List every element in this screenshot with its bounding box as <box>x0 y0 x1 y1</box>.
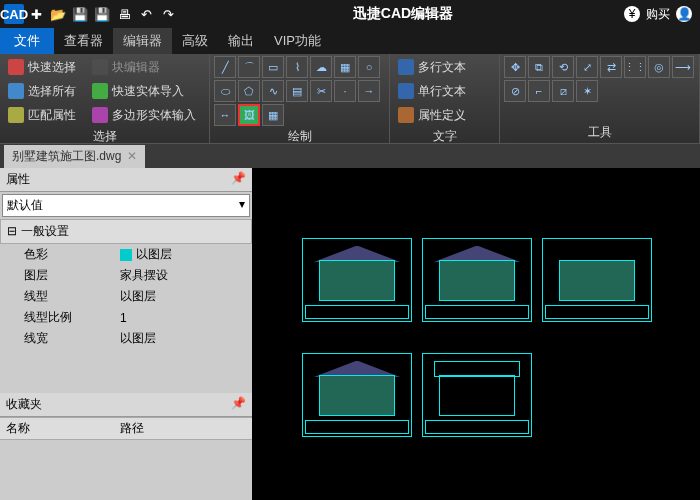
circle-tool[interactable]: ○ <box>358 56 380 78</box>
mirror-tool[interactable]: ⇄ <box>600 56 622 78</box>
polyline-tool[interactable]: ⌇ <box>286 56 308 78</box>
panel-label-draw: 绘制 <box>214 126 385 147</box>
panel-label-tools: 工具 <box>504 122 695 143</box>
file-menu[interactable]: 文件 <box>0 28 54 54</box>
close-tab-icon[interactable]: ✕ <box>127 149 137 163</box>
chamfer-tool[interactable]: ⧄ <box>552 80 574 102</box>
prop-row[interactable]: 线型以图层 <box>0 286 252 307</box>
tab-vip[interactable]: VIP功能 <box>264 28 331 54</box>
drawing-view <box>422 238 532 322</box>
col-path: 路径 <box>120 420 252 437</box>
scale-tool[interactable]: ⤢ <box>576 56 598 78</box>
buy-link[interactable]: 购买 <box>646 6 670 23</box>
cloud-tool[interactable]: ☁ <box>310 56 332 78</box>
array-tool[interactable]: ⋮⋮ <box>624 56 646 78</box>
text-button[interactable]: 单行文本 <box>394 80 470 102</box>
document-name: 别墅建筑施工图.dwg <box>12 148 121 165</box>
default-combo[interactable]: 默认值▾ <box>2 194 250 217</box>
extend-tool[interactable]: ⟶ <box>672 56 694 78</box>
col-name: 名称 <box>0 420 120 437</box>
quick-import-button[interactable]: 快速实体导入 <box>88 80 188 102</box>
trim-tool[interactable]: ✂ <box>310 80 332 102</box>
xline-tool[interactable]: ↔ <box>214 104 236 126</box>
tab-output[interactable]: 输出 <box>218 28 264 54</box>
move-tool[interactable]: ✥ <box>504 56 526 78</box>
prop-value: 家具摆设 <box>120 267 252 284</box>
drawing-canvas[interactable] <box>252 168 700 500</box>
image-insert-tool[interactable]: 🖼 <box>238 104 260 126</box>
prop-row[interactable]: 线型比例1 <box>0 307 252 328</box>
prop-key: 图层 <box>0 267 120 284</box>
prop-value: 以图层 <box>120 288 252 305</box>
tab-advanced[interactable]: 高级 <box>172 28 218 54</box>
props-title: 属性 <box>6 171 30 188</box>
print-icon[interactable]: 🖶 <box>114 4 134 24</box>
import-icon <box>92 83 108 99</box>
general-section[interactable]: ⊟一般设置 <box>0 219 252 244</box>
quick-select-icon <box>8 59 24 75</box>
prop-row[interactable]: 色彩以图层 <box>0 244 252 265</box>
prop-key: 线宽 <box>0 330 120 347</box>
point-tool[interactable]: · <box>334 80 356 102</box>
block-editor-button: 块编辑器 <box>88 56 164 78</box>
table-tool[interactable]: ▦ <box>262 104 284 126</box>
line-tool[interactable]: ╱ <box>214 56 236 78</box>
match-props-button[interactable]: 匹配属性 <box>4 104 80 126</box>
prop-key: 色彩 <box>0 246 120 263</box>
break-tool[interactable]: ⊘ <box>504 80 526 102</box>
select-all-icon <box>8 83 24 99</box>
quick-select-button[interactable]: 快速选择 <box>4 56 80 78</box>
pin-icon-2[interactable]: 📌 <box>231 396 246 413</box>
chevron-down-icon: ▾ <box>239 197 245 214</box>
app-logo: CAD <box>4 4 24 24</box>
saveas-icon[interactable]: 💾 <box>92 4 112 24</box>
drawing-view <box>302 353 412 437</box>
ellipse-tool[interactable]: ⬭ <box>214 80 236 102</box>
offset-tool[interactable]: ◎ <box>648 56 670 78</box>
open-icon[interactable]: 📂 <box>48 4 68 24</box>
drawing-view <box>302 238 412 322</box>
favorites-title: 收藏夹 <box>6 396 42 413</box>
app-title: 迅捷CAD编辑器 <box>182 5 624 23</box>
spline-tool[interactable]: ∿ <box>262 80 284 102</box>
rotate-tool[interactable]: ⟲ <box>552 56 574 78</box>
prop-value: 以图层 <box>120 246 252 263</box>
prop-key: 线型 <box>0 288 120 305</box>
arc-tool[interactable]: ⌒ <box>238 56 260 78</box>
prop-value: 1 <box>120 309 252 326</box>
document-tab[interactable]: 别墅建筑施工图.dwg ✕ <box>4 145 145 168</box>
tab-viewer[interactable]: 查看器 <box>54 28 113 54</box>
polygon-icon <box>92 107 108 123</box>
copy-tool[interactable]: ⧉ <box>528 56 550 78</box>
undo-icon[interactable]: ↶ <box>136 4 156 24</box>
drawing-view <box>542 238 652 322</box>
attrdef-button[interactable]: 属性定义 <box>394 104 470 126</box>
tab-editor[interactable]: 编辑器 <box>113 28 172 54</box>
block-editor-icon <box>92 59 108 75</box>
prop-row[interactable]: 图层家具摆设 <box>0 265 252 286</box>
drawing-view <box>422 353 532 437</box>
currency-icon[interactable]: ¥ <box>624 6 640 22</box>
prop-row[interactable]: 线宽以图层 <box>0 328 252 349</box>
redo-icon[interactable]: ↷ <box>158 4 178 24</box>
prop-key: 线型比例 <box>0 309 120 326</box>
save-icon[interactable]: 💾 <box>70 4 90 24</box>
rect-tool[interactable]: ▭ <box>262 56 284 78</box>
pin-icon[interactable]: 📌 <box>231 171 246 188</box>
new-icon[interactable]: ✚ <box>26 4 46 24</box>
fillet-tool[interactable]: ⌐ <box>528 80 550 102</box>
mtext-icon <box>398 59 414 75</box>
polygon-tool[interactable]: ⬠ <box>238 80 260 102</box>
panel-label-text: 文字 <box>394 126 495 147</box>
region-tool[interactable]: ▤ <box>286 80 308 102</box>
color-swatch <box>120 249 132 261</box>
mtext-button[interactable]: 多行文本 <box>394 56 470 78</box>
ray-tool[interactable]: → <box>358 80 380 102</box>
match-icon <box>8 107 24 123</box>
explode-tool[interactable]: ✶ <box>576 80 598 102</box>
user-icon[interactable]: 👤 <box>676 6 692 22</box>
hatch-tool[interactable]: ▦ <box>334 56 356 78</box>
text-icon <box>398 83 414 99</box>
select-all-button[interactable]: 选择所有 <box>4 80 80 102</box>
polygon-input-button[interactable]: 多边形实体输入 <box>88 104 200 126</box>
